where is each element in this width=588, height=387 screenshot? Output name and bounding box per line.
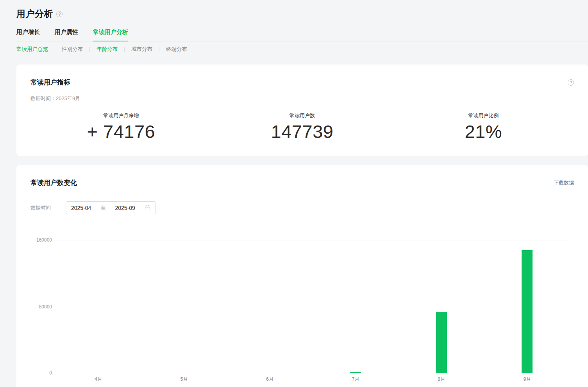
page-help-icon[interactable]: ?: [56, 11, 63, 17]
bar-9月: [522, 250, 533, 373]
grid-line-80000: [55, 307, 570, 307]
tab-常读用户分析[interactable]: 常读用户分析: [93, 29, 128, 41]
chart-plot: 080000160000: [55, 240, 570, 373]
x-tick-6月: 6月: [266, 376, 273, 383]
subtab-divider: [55, 47, 55, 52]
metric-常读用户月净增: 常读用户月净增+ 74176: [30, 112, 212, 142]
x-tick-8月: 8月: [438, 376, 445, 383]
subtab-divider: [124, 47, 125, 52]
subtab-divider: [89, 47, 90, 52]
metric-label: 常读用户月净增: [30, 112, 212, 119]
subtab-性别分布[interactable]: 性别分布: [62, 46, 83, 53]
date-start-value[interactable]: 2025-04: [71, 205, 91, 211]
user-analysis-page: 用户分析 ? 用户增长用户属性常读用户分析 常读用户总览性别分布年龄分布城市分布…: [0, 0, 588, 387]
y-tick-80000: 80000: [29, 304, 52, 310]
metrics-card-title: 常读用户指标: [30, 78, 70, 87]
download-data-link[interactable]: 下载数据: [554, 179, 574, 186]
date-end-value[interactable]: 2025-09: [115, 205, 135, 211]
sub-tab-bar: 常读用户总览性别分布年龄分布城市分布终端分布: [16, 46, 588, 53]
metric-value: 147739: [212, 121, 393, 142]
trend-card-title: 常读用户数变化: [30, 178, 77, 187]
main-tab-bar: 用户增长用户属性常读用户分析: [16, 29, 588, 41]
metric-label: 常读用户比例: [393, 112, 574, 119]
metrics-card-help-icon[interactable]: ?: [568, 79, 574, 86]
date-to-label: 至: [100, 204, 105, 211]
subtab-终端分布[interactable]: 终端分布: [166, 46, 187, 53]
subtab-年龄分布[interactable]: 年龄分布: [97, 46, 118, 53]
y-tick-0: 0: [29, 370, 52, 376]
y-tick-160000: 160000: [29, 237, 52, 243]
bar-8月: [436, 312, 447, 373]
calendar-icon[interactable]: [145, 205, 150, 211]
metrics-row: 常读用户月净增+ 74176常读用户数147739常读用户比例21%: [30, 112, 574, 142]
metric-value: 21%: [393, 121, 574, 142]
chart-x-axis: 4月5月6月7月8月9月: [55, 373, 570, 383]
tab-用户属性[interactable]: 用户属性: [55, 29, 78, 41]
x-tick-4月: 4月: [95, 376, 102, 383]
x-tick-9月: 9月: [524, 376, 531, 383]
metrics-data-time: 数据时间：2025年9月: [30, 95, 574, 102]
subtab-城市分布[interactable]: 城市分布: [131, 46, 152, 53]
date-range-picker[interactable]: 2025-04 至 2025-09: [66, 201, 156, 214]
page-title: 用户分析: [16, 8, 53, 20]
metric-value: + 74176: [30, 121, 212, 142]
grid-line-160000: [55, 240, 570, 240]
x-tick-7月: 7月: [352, 376, 359, 383]
regular-reader-metrics-card: 常读用户指标 ? 数据时间：2025年9月 常读用户月净增+ 74176常读用户…: [16, 64, 588, 156]
metric-常读用户数: 常读用户数147739: [212, 112, 393, 142]
subtab-divider: [159, 47, 159, 52]
date-filter-label: 数据时间: [30, 204, 66, 211]
subtab-常读用户总览[interactable]: 常读用户总览: [16, 46, 48, 53]
tab-用户增长[interactable]: 用户增长: [16, 29, 40, 41]
page-header: 用户分析 ?: [16, 8, 588, 20]
metric-label: 常读用户数: [212, 112, 393, 119]
metric-常读用户比例: 常读用户比例21%: [393, 112, 574, 142]
regular-reader-trend-card: 常读用户数变化 下载数据 数据时间 2025-04 至 2025-09: [16, 165, 588, 387]
date-filter-row: 数据时间 2025-04 至 2025-09: [30, 201, 574, 214]
regular-reader-count-chart: 080000160000 4月5月6月7月8月9月: [30, 240, 574, 383]
x-tick-5月: 5月: [181, 376, 188, 383]
